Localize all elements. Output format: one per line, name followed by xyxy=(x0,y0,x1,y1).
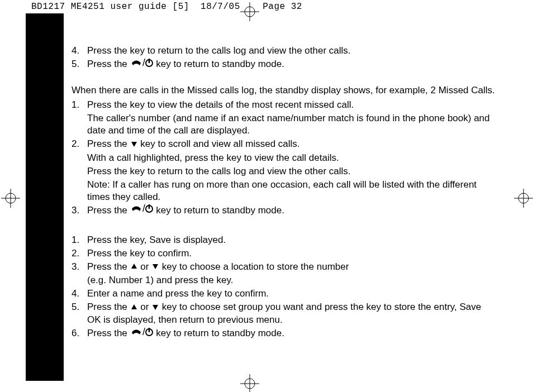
step-item: 5.Press the or key to choose set group y… xyxy=(72,301,496,326)
step-number: 4. xyxy=(72,45,87,57)
step-body: Press the key to return to standby mode. xyxy=(87,204,496,217)
step-body: Press the key to return to the calls log… xyxy=(87,45,496,57)
step-text: Press the key to scroll and view all mis… xyxy=(87,138,496,151)
intro-paragraph: When there are calls in the Missed calls… xyxy=(72,84,496,97)
step-body: Press the or key to choose set group you… xyxy=(87,301,496,326)
step-number: 4. xyxy=(72,288,87,300)
step-item: 3.Press the or key to choose a location … xyxy=(72,261,496,287)
step-list-c: 1.Press the key, Save is displayed.2.Pre… xyxy=(72,234,496,340)
document-page: BD1217 ME4251 user guide [5] 18/7/05 Pag… xyxy=(0,0,533,392)
step-text: Press the key, Save is displayed. xyxy=(87,234,496,246)
step-number: 5. xyxy=(72,301,87,326)
end-call-power-icon xyxy=(131,59,153,71)
step-number: 3. xyxy=(72,261,87,287)
step-text: The caller's number (and name if an exac… xyxy=(87,112,496,137)
down-triangle-icon xyxy=(152,261,159,273)
step-text: Enter a name and press the key to confir… xyxy=(87,288,496,300)
page-label: Page 32 xyxy=(263,2,302,12)
step-text: (e.g. Number 1) and press the key. xyxy=(87,274,496,286)
step-item: 5.Press the key to return to standby mod… xyxy=(72,58,496,71)
step-item: 4.Enter a name and press the key to conf… xyxy=(72,288,496,300)
step-text: Press the key to return to the calls log… xyxy=(87,45,496,57)
step-text: Press the key to view the details of the… xyxy=(87,99,496,111)
down-triangle-icon xyxy=(131,138,137,151)
up-triangle-icon xyxy=(131,261,137,273)
step-item: 4.Press the key to return to the calls l… xyxy=(72,45,496,57)
step-item: 3.Press the key to return to standby mod… xyxy=(72,204,496,217)
step-number: 2. xyxy=(72,138,87,203)
crop-mark-bottom-icon xyxy=(240,374,259,392)
step-text: Press the key to return to standby mode. xyxy=(87,204,496,217)
step-text: Press the or key to choose a location to… xyxy=(87,261,496,274)
side-black-tab xyxy=(26,13,64,381)
step-text: Press the key to return to standby mode. xyxy=(87,58,496,71)
step-text: With a call highlighted, press the key t… xyxy=(87,152,496,164)
step-number: 3. xyxy=(72,204,87,217)
step-number: 1. xyxy=(72,99,87,137)
step-item: 2.Press the key to confirm. xyxy=(72,247,496,260)
step-body: Press the key, Save is displayed. xyxy=(87,234,496,246)
doc-id: BD1217 ME4251 user guide [5] xyxy=(31,2,189,12)
step-text: Note: If a caller has rung on more than … xyxy=(87,179,496,203)
step-list-b: 1.Press the key to view the details of t… xyxy=(72,99,496,217)
page-content: 4.Press the key to return to the calls l… xyxy=(72,45,496,341)
step-body: Press the key to return to standby mode. xyxy=(87,58,496,71)
step-text: Press the key to return to standby mode. xyxy=(87,327,496,340)
end-call-power-icon xyxy=(131,204,153,217)
step-list-a: 4.Press the key to return to the calls l… xyxy=(72,45,496,71)
step-item: 1.Press the key to view the details of t… xyxy=(72,99,496,137)
end-call-power-icon xyxy=(131,328,153,340)
crop-mark-left-icon xyxy=(1,189,20,208)
step-number: 2. xyxy=(72,247,87,260)
step-text: Press the key to return to the calls log… xyxy=(87,165,496,178)
up-triangle-icon xyxy=(131,302,137,314)
step-text: Press the key to confirm. xyxy=(87,247,496,260)
step-number: 5. xyxy=(72,58,87,71)
step-number: 6. xyxy=(72,327,87,340)
step-body: Press the or key to choose a location to… xyxy=(87,261,496,287)
step-text: Press the or key to choose set group you… xyxy=(87,301,496,326)
print-header: BD1217 ME4251 user guide [5] 18/7/05 Pag… xyxy=(31,2,302,12)
step-body: Press the key to confirm. xyxy=(87,247,496,260)
crop-mark-right-icon xyxy=(514,189,533,208)
step-body: Press the key to scroll and view all mis… xyxy=(87,138,496,203)
step-body: Press the key to view the details of the… xyxy=(87,99,496,137)
step-number: 1. xyxy=(72,234,87,246)
doc-date: 18/7/05 xyxy=(201,2,240,12)
step-item: 1.Press the key, Save is displayed. xyxy=(72,234,496,246)
crop-mark-top-icon xyxy=(240,2,259,21)
step-item: 2.Press the key to scroll and view all m… xyxy=(72,138,496,203)
step-item: 6.Press the key to return to standby mod… xyxy=(72,327,496,340)
step-body: Enter a name and press the key to confir… xyxy=(87,288,496,300)
step-body: Press the key to return to standby mode. xyxy=(87,327,496,340)
down-triangle-icon xyxy=(152,302,159,314)
